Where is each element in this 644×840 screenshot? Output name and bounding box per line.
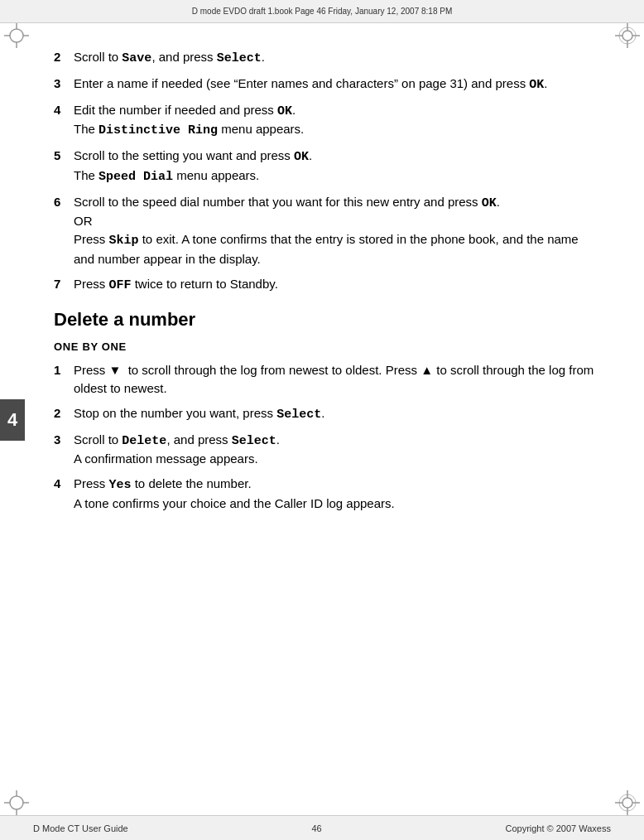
step-num-7: 7 [54,275,70,295]
step-b4: 4 Press Yes to delete the number. A tone… [54,475,598,513]
step-7: 7 Press OFF twice to return to Standby. [54,275,598,295]
ui-select-2: Select [217,51,262,65]
step-body-b4: Press Yes to delete the number. A tone c… [74,475,598,513]
step-num-5: 5 [54,147,70,186]
step-sub-4: The Distinctive Ring menu appears. [74,122,304,136]
step-body-b2: Stop on the number you want, press Selec… [74,404,598,424]
footer-left: D Mode CT User Guide [33,823,128,833]
ui-speed-dial: Speed Dial [99,170,173,184]
ui-ok-5: OK [294,150,309,164]
step-num-b3: 3 [54,431,70,469]
step-body-4: Edit the number if needed and press OK. … [74,101,598,141]
or-line: OR [74,214,93,228]
step-b3: 3 Scroll to Delete, and press Select. A … [54,431,598,469]
sub-heading: ONE BY ONE [54,340,598,353]
step-6: 6 Scroll to the speed dial number that y… [54,193,598,268]
step-body-7: Press OFF twice to return to Standby. [74,275,598,295]
step-num-b2: 2 [54,404,70,424]
ui-skip: Skip [109,234,139,248]
ui-select-b3: Select [232,434,276,448]
step-num-6: 6 [54,193,70,268]
steps-top: 2 Scroll to Save, and press Select. 3 En… [54,48,598,294]
ui-save: Save [122,51,151,65]
footer-center: 46 [311,823,321,833]
step-num-b1: 1 [54,361,70,398]
step-b2: 2 Stop on the number you want, press Sel… [54,404,598,424]
step-num-4: 4 [54,101,70,141]
section-heading: Delete a number [54,309,598,331]
step-sub-5: The Speed Dial menu appears. [74,168,259,182]
ui-select-b2: Select [276,408,321,422]
ui-ok-3: OK [529,78,544,92]
ui-ok-6: OK [482,196,497,210]
step-body-6: Scroll to the speed dial number that you… [74,193,598,268]
step-num-2: 2 [54,48,70,68]
header-bar: D mode EVDO draft 1.book Page 46 Friday,… [0,0,644,23]
step-2: 2 Scroll to Save, and press Select. [54,48,598,68]
ui-off: OFF [109,278,132,292]
step-body-2: Scroll to Save, and press Select. [74,48,598,68]
step-b1: 1 Press ▼ to scroll through the log from… [54,361,598,398]
step-sub-b3: A confirmation message appears. [74,451,258,466]
step-body-5: Scroll to the setting you want and press… [74,147,598,186]
step-sub-b4: A tone confirms your choice and the Call… [74,496,395,510]
step-body-3: Enter a name if needed (see “Enter names… [74,75,598,94]
page-content: 2 Scroll to Save, and press Select. 3 En… [0,23,644,815]
steps-bottom: 1 Press ▼ to scroll through the log from… [54,361,598,512]
ui-ok-4: OK [277,104,292,118]
ui-delete: Delete [122,434,166,448]
step-5: 5 Scroll to the setting you want and pre… [54,147,598,186]
ui-yes: Yes [109,478,132,492]
step-body-b1: Press ▼ to scroll through the log from n… [74,361,598,398]
step-4: 4 Edit the number if needed and press OK… [54,101,598,141]
step-num-3: 3 [54,75,70,94]
step-body-b3: Scroll to Delete, and press Select. A co… [74,431,598,469]
footer-bar: D Mode CT User Guide 46 Copyright © 2007… [0,815,644,840]
ui-distinctive-ring: Distinctive Ring [99,123,218,138]
header-text: D mode EVDO draft 1.book Page 46 Friday,… [192,7,452,16]
footer-right: Copyright © 2007 Waxess [505,823,611,833]
step-num-b4: 4 [54,475,70,513]
step-3: 3 Enter a name if needed (see “Enter nam… [54,75,598,94]
